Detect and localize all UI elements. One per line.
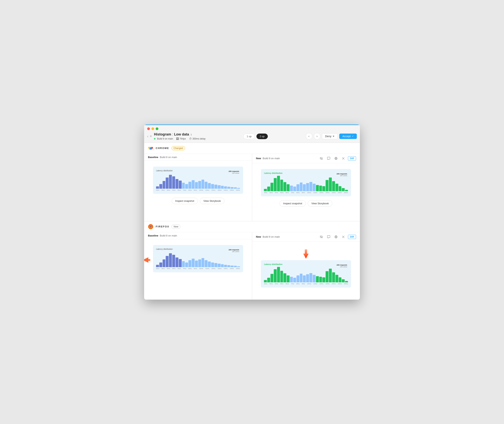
bar <box>202 180 204 188</box>
bar <box>345 190 348 191</box>
firefox-baseline-x-axis: 20ms30ms40ms50ms60ms70ms80ms90ms100ms110… <box>156 268 240 269</box>
chrome-new-inspect-button[interactable]: Inspect snapshot <box>280 200 306 207</box>
firefox-new-annotation-range: 105-110ms <box>337 266 347 268</box>
globe-icon[interactable] <box>333 156 339 161</box>
bar <box>208 262 211 267</box>
chrome-new-chart: Latency distribution 209 requests 105-11… <box>261 169 351 196</box>
firefox-new-header-right: Diff <box>319 234 356 240</box>
bar <box>306 274 309 282</box>
firefox-eye-off-icon[interactable] <box>319 234 324 240</box>
close-button[interactable] <box>147 127 150 130</box>
chrome-baseline-storybook-button[interactable]: View Storybook <box>200 198 224 204</box>
bar <box>290 277 293 282</box>
bar <box>192 180 195 189</box>
prev-button[interactable]: ‹ <box>306 133 312 140</box>
chrome-new-storybook-button[interactable]: View Storybook <box>308 200 332 207</box>
firefox-icon <box>148 224 153 229</box>
viewport-meta: 🖼 764px <box>176 137 186 140</box>
firefox-globe-icon[interactable] <box>333 234 339 240</box>
accept-button[interactable]: Accept ✓ <box>339 134 357 139</box>
deny-button[interactable]: Deny ✕ <box>322 133 338 139</box>
traffic-lights <box>147 127 357 130</box>
bar <box>313 275 316 282</box>
bar <box>293 187 296 191</box>
build-label: Build 9 on main <box>157 137 173 140</box>
bar <box>172 255 175 267</box>
title-bar: ‹ ≡ Histogram : Low data ℹ Build 9 on ma… <box>144 125 360 143</box>
chrome-baseline-header: Baseline Build 8 on main <box>144 154 252 161</box>
bar <box>316 185 319 191</box>
bar <box>176 179 178 189</box>
bar <box>237 266 240 267</box>
bar <box>237 188 240 189</box>
build-status: Build 9 on main <box>154 137 173 140</box>
delay-meta: ⏱ 300ms delay <box>189 137 206 140</box>
bar <box>169 253 172 267</box>
bar <box>274 269 277 282</box>
bar <box>166 256 169 267</box>
firefox-baseline-snapshot: Latency distribution 209 requests 105-11… <box>144 239 252 297</box>
firefox-browser-header: FIREFOX New <box>144 221 360 232</box>
bar <box>345 281 348 282</box>
bar <box>159 262 162 267</box>
bar <box>198 181 201 189</box>
firefox-new-bars <box>264 267 348 282</box>
bar <box>277 267 280 282</box>
firefox-close-icon[interactable] <box>341 234 346 240</box>
chrome-new-annotation: 209 requests 105-110ms <box>337 173 347 176</box>
bar <box>224 265 227 267</box>
next-button[interactable]: › <box>314 133 320 140</box>
bar <box>218 264 221 267</box>
bar <box>306 183 309 191</box>
delay-value: 300ms delay <box>192 137 206 140</box>
firefox-baseline-panel: Baseline Build 8 on main Latency distrib… <box>144 232 252 299</box>
bar <box>329 177 332 191</box>
view-1up-button[interactable]: 1 up <box>243 134 255 139</box>
chrome-baseline-inspect-button[interactable]: Inspect snapshot <box>172 198 198 204</box>
comment-icon[interactable] <box>326 156 331 161</box>
eye-off-icon[interactable] <box>319 156 324 161</box>
bar <box>326 271 328 282</box>
accept-check-icon: ✓ <box>352 135 354 137</box>
chrome-baseline-annotation-range: 105-110ms <box>228 172 239 174</box>
chrome-baseline-x-axis: 20ms30ms40ms50ms60ms70ms80ms90ms100ms110… <box>156 189 240 191</box>
menu-icon[interactable]: ≡ <box>150 135 152 138</box>
delay-icon: ⏱ <box>189 137 192 140</box>
firefox-down-arrow-container <box>303 248 309 260</box>
view-2up-button[interactable]: 2 up <box>256 134 268 139</box>
chrome-section: CHROME Changed Baseline Build 8 on main … <box>144 143 360 221</box>
main-window: ‹ ≡ Histogram : Low data ℹ Build 9 on ma… <box>144 125 360 300</box>
back-icon[interactable]: ‹ <box>147 134 148 138</box>
accept-label: Accept <box>342 135 351 138</box>
firefox-new-label: New <box>256 235 261 238</box>
close-icon[interactable] <box>341 156 346 161</box>
bar <box>179 259 182 267</box>
firefox-new-chart-title: Latency distribution <box>264 263 348 265</box>
bar <box>319 277 322 282</box>
minimize-button[interactable] <box>151 127 154 130</box>
maximize-button[interactable] <box>156 127 158 130</box>
firefox-new-annotation: 209 requests 105-110ms <box>337 264 347 268</box>
svg-marker-10 <box>303 249 309 259</box>
chrome-new-snapshot: Latency distribution 209 requests 105-11… <box>252 163 360 221</box>
firefox-baseline-label: Baseline <box>148 234 158 237</box>
firefox-new-annotation-title: 209 requests <box>337 264 347 266</box>
bar <box>215 185 217 189</box>
firefox-new-header-left: New Build 9 on main <box>256 235 280 238</box>
chrome-new-annotation-range: 105-110ms <box>337 175 347 176</box>
diff-button[interactable]: Diff <box>348 156 356 161</box>
down-arrow-icon <box>303 249 309 259</box>
firefox-diff-button[interactable]: Diff <box>348 235 356 239</box>
bar <box>280 180 283 191</box>
chrome-comparison-area: Baseline Build 8 on main Latency distrib… <box>144 154 360 221</box>
bar <box>211 184 214 189</box>
bar <box>188 182 191 189</box>
info-icon: ℹ <box>191 133 192 136</box>
firefox-comment-icon[interactable] <box>326 234 331 240</box>
bar <box>195 261 198 267</box>
bar <box>287 275 289 282</box>
firefox-baseline-chart-title: Latency distribution <box>156 248 240 250</box>
chrome-icon <box>148 145 153 151</box>
bar <box>303 275 306 282</box>
firefox-browser-name: FIREFOX <box>156 225 169 228</box>
